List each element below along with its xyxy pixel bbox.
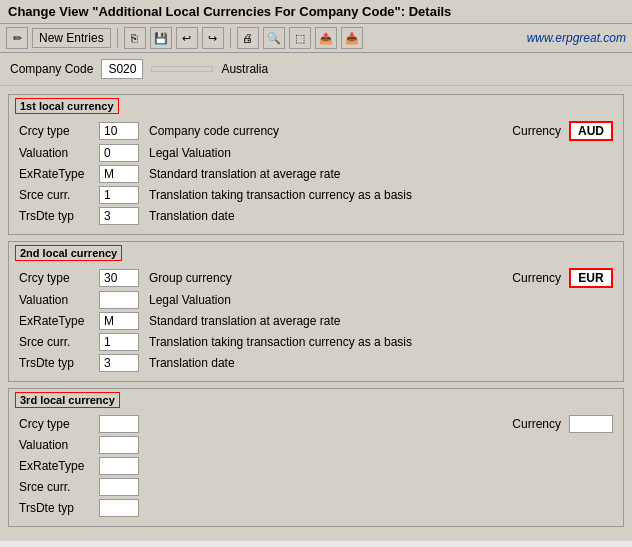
field-label-1st-2: ExRateType (19, 167, 99, 181)
new-entries-label: New Entries (39, 31, 104, 45)
field-label-2nd-2: ExRateType (19, 314, 99, 328)
section-header-1st: 1st local currency (9, 95, 623, 117)
field-row-2nd-1: ValuationLegal Valuation (19, 291, 613, 309)
field-row-3rd-2: ExRateType (19, 457, 613, 475)
field-row-3rd-4: TrsDte typ (19, 499, 613, 517)
redo-icon-btn[interactable]: ↪ (202, 27, 224, 49)
field-input-2nd-0[interactable] (99, 269, 139, 287)
field-label-3rd-3: Srce curr. (19, 480, 99, 494)
currency-label-2nd-0: Currency (512, 271, 561, 285)
toolbar-separator-2 (230, 28, 231, 48)
field-label-2nd-0: Crcy type (19, 271, 99, 285)
currency-input-3rd-0[interactable] (569, 415, 613, 433)
new-entries-button[interactable]: New Entries (32, 28, 111, 48)
field-input-1st-0[interactable] (99, 122, 139, 140)
field-desc-1st-2: Standard translation at average rate (149, 167, 613, 181)
toolbar: ✏ New Entries ⎘ 💾 ↩ ↪ 🖨 🔍 ⬚ 📤 📥 www.erpg… (0, 24, 632, 53)
field-row-2nd-3: Srce curr.Translation taking transaction… (19, 333, 613, 351)
field-row-3rd-1: Valuation (19, 436, 613, 454)
field-input-1st-2[interactable] (99, 165, 139, 183)
section-1st: 1st local currencyCrcy typeCompany code … (8, 94, 624, 235)
field-input-1st-4[interactable] (99, 207, 139, 225)
section-header-3rd: 3rd local currency (9, 389, 623, 411)
field-label-1st-1: Valuation (19, 146, 99, 160)
field-desc-2nd-4: Translation date (149, 356, 613, 370)
currency-label-1st-0: Currency (512, 124, 561, 138)
field-row-2nd-2: ExRateTypeStandard translation at averag… (19, 312, 613, 330)
section-header-2nd: 2nd local currency (9, 242, 623, 264)
field-desc-1st-0: Company code currency (149, 124, 512, 138)
section-2nd: 2nd local currencyCrcy typeGroup currenc… (8, 241, 624, 382)
save-icon-btn[interactable]: 💾 (150, 27, 172, 49)
field-input-3rd-2[interactable] (99, 457, 139, 475)
section-title-3rd: 3rd local currency (15, 392, 120, 408)
export1-icon-btn[interactable]: 📤 (315, 27, 337, 49)
field-desc-1st-1: Legal Valuation (149, 146, 613, 160)
field-label-3rd-1: Valuation (19, 438, 99, 452)
field-desc-2nd-0: Group currency (149, 271, 512, 285)
field-desc-2nd-2: Standard translation at average rate (149, 314, 613, 328)
field-label-3rd-4: TrsDte typ (19, 501, 99, 515)
field-row-3rd-3: Srce curr. (19, 478, 613, 496)
field-label-3rd-0: Crcy type (19, 417, 99, 431)
company-name-box (151, 66, 213, 72)
main-content: 1st local currencyCrcy typeCompany code … (0, 86, 632, 541)
field-input-2nd-1[interactable] (99, 291, 139, 309)
field-input-1st-3[interactable] (99, 186, 139, 204)
edit-icon-btn[interactable]: ✏ (6, 27, 28, 49)
field-input-3rd-0[interactable] (99, 415, 139, 433)
currency-input-1st-0[interactable] (569, 121, 613, 141)
field-label-2nd-3: Srce curr. (19, 335, 99, 349)
field-input-1st-1[interactable] (99, 144, 139, 162)
field-label-3rd-2: ExRateType (19, 459, 99, 473)
section-body-1st: Crcy typeCompany code currencyCurrencyVa… (9, 117, 623, 234)
currency-input-2nd-0[interactable] (569, 268, 613, 288)
field-row-1st-4: TrsDte typTranslation date (19, 207, 613, 225)
print-icon-btn[interactable]: 🖨 (237, 27, 259, 49)
field-row-1st-2: ExRateTypeStandard translation at averag… (19, 165, 613, 183)
field-input-2nd-2[interactable] (99, 312, 139, 330)
page-title: Change View "Additional Local Currencies… (8, 4, 451, 19)
company-code-box: S020 (101, 59, 143, 79)
field-input-2nd-3[interactable] (99, 333, 139, 351)
branding: www.erpgreat.com (527, 31, 626, 45)
field-input-3rd-4[interactable] (99, 499, 139, 517)
field-row-1st-1: ValuationLegal Valuation (19, 144, 613, 162)
section-body-3rd: Crcy typeCurrencyValuationExRateTypeSrce… (9, 411, 623, 526)
find-next-icon-btn[interactable]: ⬚ (289, 27, 311, 49)
company-fullname: Australia (221, 62, 268, 76)
section-body-2nd: Crcy typeGroup currencyCurrencyValuation… (9, 264, 623, 381)
field-desc-2nd-1: Legal Valuation (149, 293, 613, 307)
field-desc-2nd-3: Translation taking transaction currency … (149, 335, 613, 349)
section-title-2nd: 2nd local currency (15, 245, 122, 261)
company-label: Company Code (10, 62, 93, 76)
field-label-2nd-1: Valuation (19, 293, 99, 307)
field-row-2nd-4: TrsDte typTranslation date (19, 354, 613, 372)
field-label-1st-3: Srce curr. (19, 188, 99, 202)
export2-icon-btn[interactable]: 📥 (341, 27, 363, 49)
field-label-1st-4: TrsDte typ (19, 209, 99, 223)
field-desc-1st-4: Translation date (149, 209, 613, 223)
title-bar: Change View "Additional Local Currencies… (0, 0, 632, 24)
field-row-1st-0: Crcy typeCompany code currencyCurrency (19, 121, 613, 141)
field-input-2nd-4[interactable] (99, 354, 139, 372)
find-icon-btn[interactable]: 🔍 (263, 27, 285, 49)
currency-label-3rd-0: Currency (512, 417, 561, 431)
field-label-2nd-4: TrsDte typ (19, 356, 99, 370)
section-title-1st: 1st local currency (15, 98, 119, 114)
field-input-3rd-1[interactable] (99, 436, 139, 454)
toolbar-separator-1 (117, 28, 118, 48)
field-row-2nd-0: Crcy typeGroup currencyCurrency (19, 268, 613, 288)
field-label-1st-0: Crcy type (19, 124, 99, 138)
undo-icon-btn[interactable]: ↩ (176, 27, 198, 49)
field-row-1st-3: Srce curr.Translation taking transaction… (19, 186, 613, 204)
copy-icon-btn[interactable]: ⎘ (124, 27, 146, 49)
field-input-3rd-3[interactable] (99, 478, 139, 496)
section-3rd: 3rd local currencyCrcy typeCurrencyValua… (8, 388, 624, 527)
company-row: Company Code S020 Australia (0, 53, 632, 86)
field-desc-1st-3: Translation taking transaction currency … (149, 188, 613, 202)
field-row-3rd-0: Crcy typeCurrency (19, 415, 613, 433)
